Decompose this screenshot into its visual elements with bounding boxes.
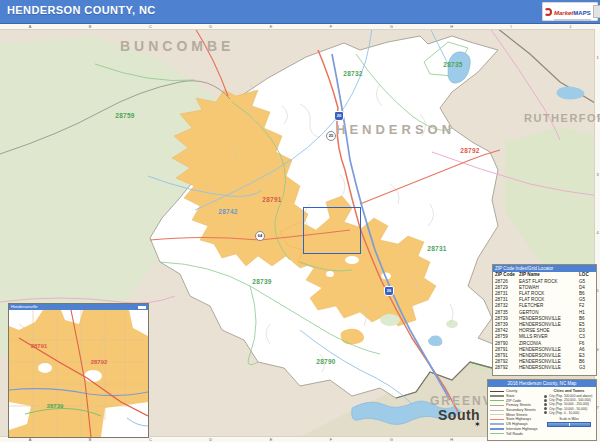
legend-line-label: Toll Roads — [506, 432, 523, 436]
inset-artwork — [9, 310, 148, 437]
zip-label-28759: 28759 — [115, 112, 135, 119]
legend-line-label: State Highways — [506, 417, 531, 421]
grid-number: 1 — [596, 56, 598, 60]
zip-label-28790: 28790 — [316, 358, 336, 365]
grid-letter: F — [330, 25, 332, 29]
zip-table-title: ZIP Code Index/Grid Locator — [493, 265, 596, 272]
zip-table-body: 28726 EAST FLAT ROCK G5 28729 ETOWAH D4 … — [493, 279, 596, 372]
logo-tagline — [554, 19, 591, 21]
grid-letter: F — [330, 438, 332, 442]
zip-label-28739: 28739 — [252, 278, 272, 285]
legend-line-sample — [490, 405, 504, 406]
title-bar: HENDERSON COUNTY, NC MarketMAPS — [0, 0, 600, 24]
county-map: ABCDEFGHIJ ABCDEFGHIJ 1234567 BUNCOMBE H… — [0, 24, 600, 442]
interstate-26-shield-icon: 26 — [334, 111, 344, 121]
grid-letter: D — [209, 25, 212, 29]
legend-line-sample — [490, 414, 504, 415]
grid-strip-top: ABCDEFGHIJ — [0, 24, 600, 30]
logo-text-maps: MAPS — [573, 10, 590, 16]
legend-line-sample — [490, 391, 504, 392]
legend-line-label: State — [506, 394, 514, 398]
zip-label-28791: 28791 — [262, 196, 282, 203]
us-25-shield-icon: 25 — [326, 131, 336, 141]
grid-letter: G — [390, 438, 393, 442]
map-page: HENDERSON COUNTY, NC MarketMAPS — [0, 0, 600, 442]
grid-letter: E — [270, 25, 273, 29]
zip-label-28732: 28732 — [343, 70, 363, 77]
legend-line-items: County State ZIP Code Primary Streets Se… — [490, 389, 542, 436]
legend-line-label: County — [506, 389, 517, 393]
grid-letter: I — [511, 25, 512, 29]
legend-title: 2016 Henderson County, NC Map — [488, 380, 596, 387]
inset-map-body: 28791 28792 28739 — [9, 310, 148, 437]
inset-zip-label-28791: 28791 — [31, 343, 48, 349]
grid-letter: A — [29, 438, 32, 442]
grid-letter: A — [29, 25, 32, 29]
legend-line-label: Primary Streets — [506, 403, 531, 407]
city-marker-icon — [544, 399, 547, 402]
city-marker-icon — [544, 395, 547, 398]
inset-bar-box — [138, 306, 146, 309]
grid-number: 4 — [596, 231, 598, 235]
zip-name-cell: HENDERSONVILLE — [519, 365, 579, 371]
county-label-buncombe: BUNCOMBE — [120, 38, 234, 54]
legend-scale: Scale in Miles — [544, 417, 594, 427]
legend-city-item: City (Pop. 0 - 10,000) — [544, 411, 594, 415]
legend-line-sample — [490, 395, 504, 396]
zip-index-table: ZIP Code Index/Grid Locator ZIP Code ZIP… — [492, 264, 597, 376]
map-legend: 2016 Henderson County, NC Map County Sta… — [487, 379, 597, 441]
logo-swirl-icon — [544, 8, 552, 16]
marketmaps-logo: MarketMAPS — [542, 2, 598, 21]
county-label-rutherford: RUTHERFORD — [524, 112, 600, 124]
legend-line-sample — [490, 428, 504, 430]
logo-text-market: Market — [554, 10, 573, 16]
grid-letter: H — [450, 438, 453, 442]
legend-line-item: Toll Roads — [490, 431, 542, 436]
legend-city-label: City (Pop. 0 - 10,000) — [549, 411, 579, 415]
grid-letter: B — [89, 438, 92, 442]
legend-cities-title: Cities and Towns — [544, 389, 594, 393]
zip-label-28792: 28792 — [460, 147, 480, 154]
legend-line-sample — [490, 419, 504, 421]
hendersonville-inset-map: Hendersonville — [8, 303, 149, 438]
grid-letter: D — [209, 438, 212, 442]
city-marker-icon — [544, 411, 547, 414]
legend-line-sample — [490, 410, 504, 411]
us-64-shield-icon: 64 — [255, 231, 265, 241]
scale-bar — [547, 422, 591, 427]
grid-letter: G — [390, 25, 393, 29]
grid-number: 3 — [596, 173, 598, 177]
grid-letter: E — [270, 438, 273, 442]
legend-line-label: Interstate Highways — [506, 427, 538, 431]
legend-line-sample — [490, 423, 504, 425]
zip-label-28735: 28735 — [443, 61, 463, 68]
legend-line-label: ZIP Code — [506, 399, 521, 403]
zip-label-28731: 28731 — [427, 245, 447, 252]
county-label-henderson: HENDERSON — [336, 122, 455, 137]
zip-label-28742: 28742 — [218, 208, 238, 215]
grid-letter: H — [450, 25, 453, 29]
landmark-symbol-icon: ✶ — [474, 420, 481, 429]
city-marker-icon — [544, 403, 547, 406]
zip-table-row: 28792 HENDERSONVILLE G3 — [493, 365, 596, 371]
legend-line-label: US Highways — [506, 422, 528, 426]
page-title: HENDERSON COUNTY, NC — [7, 4, 156, 16]
grid-letter: J — [569, 25, 571, 29]
loc-cell: G3 — [579, 365, 594, 371]
grid-letter: B — [89, 25, 92, 29]
grid-letter: C — [149, 438, 152, 442]
legend-city-items: City (Pop. 500,000 and above) City (Pop.… — [544, 394, 594, 415]
interstate-26-shield-icon: 26 — [384, 286, 394, 296]
grid-letter: C — [149, 25, 152, 29]
legend-line-sample — [490, 400, 504, 401]
scale-label: Scale in Miles — [544, 417, 594, 421]
city-marker-icon — [544, 407, 547, 410]
zip-code-cell: 28792 — [495, 365, 519, 371]
inset-extent-rectangle — [303, 207, 361, 254]
legend-line-sample — [490, 433, 504, 435]
legend-line-label: Minor Streets — [506, 413, 527, 417]
inset-zip-label-28739: 28739 — [47, 403, 64, 409]
inset-zip-label-28792: 28792 — [91, 359, 108, 365]
legend-line-label: Secondary Streets — [506, 408, 536, 412]
logo-side-box — [593, 5, 600, 18]
